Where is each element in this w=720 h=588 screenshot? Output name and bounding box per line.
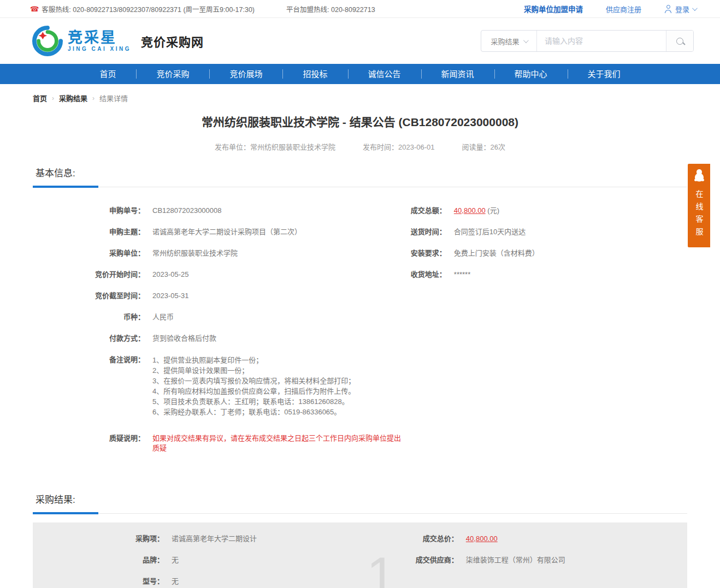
field-value: 合同签订后10天内送达 bbox=[446, 227, 526, 237]
search-icon bbox=[676, 38, 683, 45]
nav-item-home: 首页 bbox=[79, 64, 136, 84]
purchaser-join-link[interactable]: 采购单位加盟申请 bbox=[524, 3, 583, 14]
field-label: 付款方式： bbox=[33, 334, 145, 343]
field-label: 申购单号： bbox=[33, 206, 145, 216]
nav-link-news[interactable]: 新闻资讯 bbox=[421, 64, 494, 84]
breadcrumb-results[interactable]: 采购结果 bbox=[59, 93, 87, 103]
field-label: 币种： bbox=[33, 312, 145, 322]
online-service-widget[interactable]: 在线客服 bbox=[688, 164, 710, 247]
topbar: ☎ 客服热线: 020-80922713/80922307/80922371 (… bbox=[0, 0, 720, 18]
logo[interactable]: 竞采星 JING CAI XING 竞价采购网 bbox=[32, 25, 204, 57]
field-label: 竞价截至时间： bbox=[33, 291, 145, 301]
read-count: 阅读量：26次 bbox=[462, 141, 505, 152]
deal-price-link[interactable]: 40,800.00 bbox=[466, 534, 498, 543]
nav-link-integrity[interactable]: 诚信公告 bbox=[348, 64, 421, 84]
basic-info-left: 申购单号： CB128072023000008 申购主题： 诺诚高第老年大学二期… bbox=[33, 206, 406, 465]
site-header: 竞采星 JING CAI XING 竞价采购网 采购结果 bbox=[0, 18, 720, 64]
field-label: 成交总价： bbox=[406, 534, 458, 544]
info-row-dispute: 质疑说明： 如果对成交结果有异议，请在发布成交结果之日起三个工作日内向采购单位提… bbox=[33, 433, 406, 453]
field-value: 免费上门安装（含材料费） bbox=[446, 248, 539, 258]
info-row-order-no: 申购单号： CB128072023000008 bbox=[33, 206, 406, 216]
field-value: 2023-05-31 bbox=[145, 291, 189, 301]
field-value: 2023-05-25 bbox=[145, 270, 189, 280]
article-meta: 发布单位：常州纺织服装职业技术学院 发布时间：2023-06-01 阅读量：26… bbox=[33, 141, 687, 152]
nav-link-showroom[interactable]: 竞价展场 bbox=[209, 64, 282, 84]
breadcrumb-separator-icon: › bbox=[92, 94, 95, 102]
online-service-label: 在线客服 bbox=[694, 190, 705, 240]
result-row-model: 型号： 无 bbox=[33, 577, 406, 586]
field-label: 采购单位： bbox=[33, 248, 145, 258]
search-category-value: 采购结果 bbox=[491, 36, 519, 46]
nav-link-about[interactable]: 关于我们 bbox=[568, 64, 641, 84]
result-row-price: 成交总价： 40,800.00 bbox=[406, 534, 687, 544]
nav-item-bidding: 竞价采购 bbox=[136, 64, 209, 84]
field-label: 备注说明： bbox=[33, 355, 145, 417]
logo-text: 竞采星 JING CAI XING bbox=[68, 30, 131, 52]
breadcrumb-current: 结果详情 bbox=[99, 93, 128, 103]
supplier-register-link[interactable]: 供应商注册 bbox=[606, 4, 641, 14]
field-value: 无 bbox=[164, 555, 179, 565]
amount-wrap: 40,800.00 (元) bbox=[446, 206, 499, 216]
info-row-currency: 币种： 人民币 bbox=[33, 312, 406, 322]
service-hotline: ☎ 客服热线: 020-80922713/80922307/80922371 (… bbox=[30, 4, 255, 14]
field-label: 型号： bbox=[33, 577, 164, 586]
logo-name-en: JING CAI XING bbox=[68, 46, 131, 52]
publish-time: 发布时间：2023-06-01 bbox=[363, 141, 435, 152]
info-row-total-amount: 成交总额： 40,800.00 (元) bbox=[406, 206, 687, 216]
search-input[interactable] bbox=[537, 31, 666, 51]
nav-item-help: 帮助中心 bbox=[494, 64, 568, 84]
basic-info-grid: 申购单号： CB128072023000008 申购主题： 诺诚高第老年大学二期… bbox=[33, 187, 687, 465]
search-button[interactable] bbox=[666, 31, 693, 51]
result-panel: 采购项： 诺诚高第老年大学二期设计 品牌： 无 型号： 无 质保及售后服务： 按… bbox=[33, 522, 687, 588]
person-icon bbox=[664, 5, 672, 13]
amount-wrap: 40,800.00 bbox=[458, 534, 498, 544]
remark-line: 5、项目技术负责联系人：王红明；联系电话：13861260828。 bbox=[152, 396, 355, 407]
content: 首页 › 采购结果 › 结果详情 常州纺织服装职业技术学院 - 结果公告 (CB… bbox=[33, 93, 687, 588]
result-heading: 采购结果: bbox=[33, 492, 687, 506]
info-row-end-time: 竞价截至时间： 2023-05-31 bbox=[33, 291, 406, 301]
nav-link-tender[interactable]: 招投标 bbox=[282, 64, 347, 84]
field-value: 人民币 bbox=[145, 312, 174, 322]
field-label: 品牌： bbox=[33, 555, 164, 565]
result-left: 采购项： 诺诚高第老年大学二期设计 品牌： 无 型号： 无 质保及售后服务： 按… bbox=[33, 534, 406, 588]
info-row-subject: 申购主题： 诺诚高第老年大学二期设计采购项目（第二次） bbox=[33, 227, 406, 237]
field-label: 收货地址： bbox=[406, 270, 446, 280]
service-hotline-text: 客服热线: 020-80922713/80922307/80922371 (周一… bbox=[42, 4, 255, 14]
field-value: 诺诚高第老年大学二期设计采购项目（第二次） bbox=[145, 227, 302, 237]
topbar-links: 采购单位加盟申请 供应商注册 登录 bbox=[524, 3, 696, 14]
logo-name-cn: 竞采星 bbox=[68, 30, 131, 46]
supplier-name: 柒维装饰工程（常州）有限公司 bbox=[458, 555, 565, 565]
nav-item-about: 关于我们 bbox=[568, 64, 641, 84]
platform-hotline-text: 平台加盟热线: 020-80922713 bbox=[286, 4, 375, 14]
dispute-text: 如果对成交结果有异议，请在发布成交结果之日起三个工作日内向采购单位提出质疑 bbox=[145, 433, 406, 453]
info-row-address: 收货地址： ****** bbox=[406, 270, 687, 280]
field-value: ****** bbox=[446, 270, 470, 280]
basic-info-right: 成交总额： 40,800.00 (元) 送货时间： 合同签订后10天内送达 安装… bbox=[406, 206, 687, 465]
total-amount-link[interactable]: 40,800.00 bbox=[454, 206, 486, 215]
field-value: 无 bbox=[164, 577, 179, 586]
result-row-brand: 品牌： 无 bbox=[33, 555, 406, 565]
nav-item-news: 新闻资讯 bbox=[421, 64, 494, 84]
login-link[interactable]: 登录 bbox=[664, 4, 696, 14]
section-rule bbox=[33, 512, 687, 514]
info-row-start-time: 竞价开始时间： 2023-05-25 bbox=[33, 270, 406, 280]
field-value: 诺诚高第老年大学二期设计 bbox=[164, 534, 257, 544]
section-rule bbox=[33, 186, 687, 187]
topbar-hotlines: ☎ 客服热线: 020-80922713/80922307/80922371 (… bbox=[30, 4, 375, 14]
chevron-down-icon bbox=[523, 38, 528, 43]
phone-icon: ☎ bbox=[30, 5, 39, 13]
nav-link-bidding[interactable]: 竞价采购 bbox=[136, 64, 209, 84]
search-category-select[interactable]: 采购结果 bbox=[481, 31, 537, 51]
info-row-remark: 备注说明： 1、提供营业执照副本复印件一份； 2、提供简单设计效果图一份； 3、… bbox=[33, 355, 406, 417]
remark-line: 4、所有响应材料均加盖报价供应商公章，扫描后作为附件上传。 bbox=[152, 386, 355, 396]
breadcrumb-home[interactable]: 首页 bbox=[33, 93, 47, 103]
field-label: 采购项： bbox=[33, 534, 164, 544]
breadcrumb: 首页 › 采购结果 › 结果详情 bbox=[33, 93, 687, 103]
field-label: 送货时间： bbox=[406, 227, 446, 237]
remark-line: 6、采购经办联系人：丁老师；联系电话：0519-86336065。 bbox=[152, 407, 355, 417]
nav-item-showroom: 竞价展场 bbox=[209, 64, 282, 84]
search-box: 采购结果 bbox=[481, 30, 694, 52]
nav-link-home[interactable]: 首页 bbox=[79, 64, 136, 84]
field-label: 竞价开始时间： bbox=[33, 270, 145, 280]
nav-link-help[interactable]: 帮助中心 bbox=[494, 64, 568, 84]
